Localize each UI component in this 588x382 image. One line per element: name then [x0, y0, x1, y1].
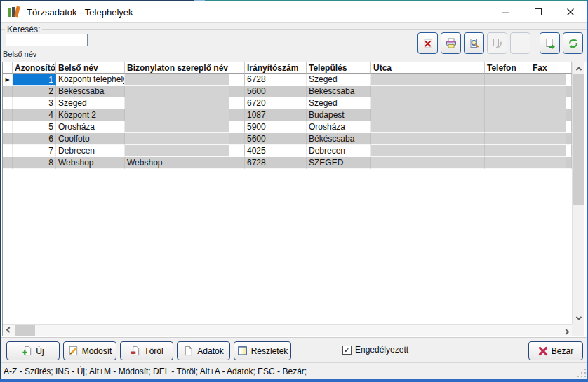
- cell-id[interactable]: 8: [13, 157, 56, 169]
- cell-fax[interactable]: [530, 109, 572, 121]
- scroll-up-button[interactable]: [573, 62, 584, 74]
- cell-street[interactable]: [371, 97, 485, 109]
- cell-phone[interactable]: [485, 97, 530, 109]
- vertical-scroll-thumb[interactable]: [573, 74, 584, 205]
- table-row[interactable]: 8WebshopWebshop6728SZEGED: [3, 157, 572, 169]
- cell-doc_name[interactable]: [125, 86, 245, 97]
- cell-fax[interactable]: [530, 86, 572, 97]
- cell-internal_name[interactable]: Webshop: [56, 157, 125, 169]
- cell-fax[interactable]: [530, 145, 572, 157]
- cell-street[interactable]: [371, 121, 485, 133]
- enabled-checkbox[interactable]: ✓: [342, 346, 352, 355]
- cell-zip[interactable]: 5600: [245, 133, 307, 145]
- cell-street[interactable]: [371, 86, 485, 97]
- close-dialog-button[interactable]: Bezár: [528, 341, 583, 360]
- cell-fax[interactable]: [530, 97, 572, 109]
- cell-fax[interactable]: [530, 121, 572, 133]
- export-button[interactable]: [540, 32, 560, 54]
- cell-internal_name[interactable]: Békéscsaba: [56, 86, 125, 97]
- table-row[interactable]: 3Szeged6720Szeged: [3, 97, 572, 109]
- table-row[interactable]: ▶1Központi telephely6728Szeged: [3, 74, 572, 86]
- vertical-scrollbar[interactable]: [572, 62, 584, 324]
- column-header[interactable]: Telefon: [485, 62, 530, 74]
- cell-id[interactable]: 7: [13, 145, 56, 157]
- copy-document-button[interactable]: [487, 32, 507, 54]
- maximize-button[interactable]: [522, 1, 554, 22]
- column-header[interactable]: Bizonylaton szereplő név: [125, 62, 245, 74]
- cell-phone[interactable]: [485, 145, 530, 157]
- horizontal-scrollbar[interactable]: [3, 324, 572, 336]
- table-row[interactable]: 5Orosháza5900Orosháza: [3, 121, 572, 133]
- cell-id[interactable]: 1: [13, 74, 56, 86]
- new-button[interactable]: Új: [6, 341, 60, 360]
- cell-zip[interactable]: 1087: [245, 109, 307, 121]
- cell-phone[interactable]: [485, 74, 530, 86]
- cell-internal_name[interactable]: Coolfoto: [56, 133, 125, 145]
- cell-doc_name[interactable]: [125, 133, 245, 145]
- close-button[interactable]: [554, 1, 587, 22]
- cell-city[interactable]: Budapest: [307, 109, 371, 121]
- cell-id[interactable]: 4: [13, 109, 56, 121]
- resize-grip-icon[interactable]: [581, 372, 582, 374]
- cell-street[interactable]: [371, 145, 485, 157]
- cell-id[interactable]: 6: [13, 133, 56, 145]
- modify-button[interactable]: Módosít: [63, 341, 116, 360]
- cell-street[interactable]: [371, 157, 485, 169]
- spare-button[interactable]: [510, 32, 530, 54]
- cell-internal_name[interactable]: Szeged: [56, 97, 125, 109]
- table-row[interactable]: 6Coolfoto5600Békéscsaba: [3, 133, 572, 145]
- cell-city[interactable]: Szeged: [307, 74, 371, 86]
- column-header[interactable]: Település: [307, 62, 371, 74]
- cell-street[interactable]: [371, 109, 485, 121]
- cell-city[interactable]: Békéscsaba: [307, 133, 371, 145]
- column-header[interactable]: Irányítószám: [245, 62, 307, 74]
- print-button[interactable]: [441, 32, 461, 54]
- cell-doc_name[interactable]: Webshop: [125, 157, 245, 169]
- cell-phone[interactable]: [485, 86, 530, 97]
- cell-street[interactable]: [371, 74, 485, 86]
- scroll-right-button[interactable]: [560, 325, 572, 336]
- table-row[interactable]: 2Békéscsaba5600Békéscsaba: [3, 86, 572, 97]
- cell-zip[interactable]: 6728: [245, 157, 307, 169]
- cell-doc_name[interactable]: [125, 97, 245, 109]
- scroll-down-button[interactable]: [573, 312, 584, 324]
- cell-internal_name[interactable]: Debrecen: [56, 145, 125, 157]
- cell-doc_name[interactable]: [125, 145, 245, 157]
- cell-internal_name[interactable]: Központ 2: [56, 109, 125, 121]
- cell-id[interactable]: 2: [13, 86, 56, 97]
- cell-zip[interactable]: 6728: [245, 74, 307, 86]
- column-header[interactable]: Utca: [371, 62, 485, 74]
- column-header[interactable]: Fax: [530, 62, 572, 74]
- refresh-button[interactable]: [563, 32, 583, 54]
- cell-phone[interactable]: [485, 109, 530, 121]
- cell-id[interactable]: 5: [13, 121, 56, 133]
- print-preview-button[interactable]: [464, 32, 484, 54]
- cell-street[interactable]: [371, 133, 485, 145]
- table-row[interactable]: 4Központ 21087Budapest: [3, 109, 572, 121]
- delete-button[interactable]: Töröl: [120, 341, 173, 360]
- cell-city[interactable]: Szeged: [307, 97, 371, 109]
- clear-filter-button[interactable]: [417, 32, 438, 54]
- cell-city[interactable]: Debrecen: [307, 145, 371, 157]
- cell-fax[interactable]: [530, 133, 572, 145]
- data-button[interactable]: Adatok: [177, 341, 230, 360]
- cell-fax[interactable]: [530, 74, 572, 86]
- scroll-left-button[interactable]: [3, 325, 15, 336]
- cell-internal_name[interactable]: Központi telephely: [56, 74, 125, 86]
- cell-phone[interactable]: [485, 157, 530, 169]
- cell-doc_name[interactable]: [125, 109, 245, 121]
- table-row[interactable]: 7Debrecen4025Debrecen: [3, 145, 572, 157]
- cell-doc_name[interactable]: [125, 74, 245, 86]
- cell-fax[interactable]: [530, 157, 572, 169]
- cell-id[interactable]: 3: [13, 97, 56, 109]
- minimize-button[interactable]: [490, 1, 522, 22]
- cell-zip[interactable]: 6720: [245, 97, 307, 109]
- cell-city[interactable]: Békéscsaba: [307, 86, 371, 97]
- cell-city[interactable]: SZEGED: [307, 157, 371, 169]
- cell-phone[interactable]: [485, 121, 530, 133]
- cell-phone[interactable]: [485, 133, 530, 145]
- column-header[interactable]: Belső név: [56, 62, 125, 74]
- cell-zip[interactable]: 4025: [245, 145, 307, 157]
- cell-zip[interactable]: 5900: [245, 121, 307, 133]
- column-header[interactable]: Azonosító: [13, 62, 56, 74]
